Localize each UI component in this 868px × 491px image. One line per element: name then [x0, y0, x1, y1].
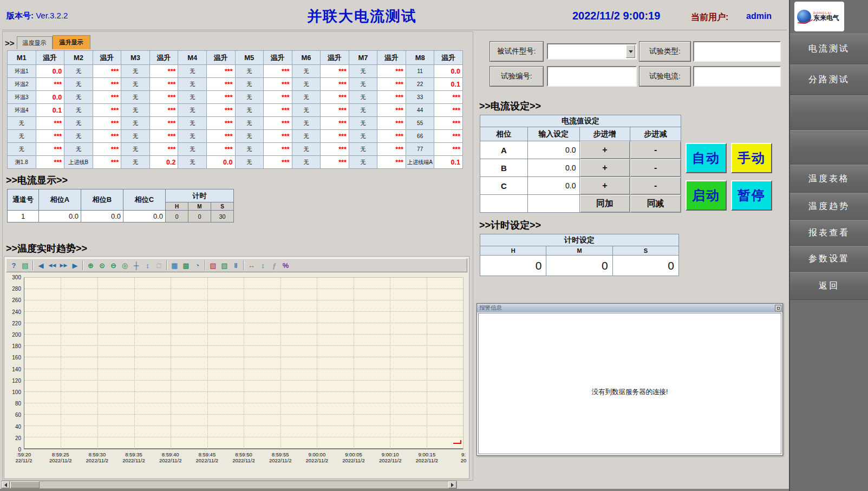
- copy-icon[interactable]: □: [153, 260, 165, 271]
- phase-c-step-up-button[interactable]: +: [579, 177, 630, 195]
- prev-fast-icon[interactable]: ◀◀: [47, 260, 58, 271]
- step-up-all-button[interactable]: 同加: [579, 195, 630, 213]
- zoom-reset-icon[interactable]: ◎: [119, 260, 130, 271]
- sidebar-item-label: 分路测试: [808, 74, 850, 86]
- header: 版本号: Ver.3.2.2 并联大电流测试 2022/11/2 9:00:19…: [2, 2, 787, 30]
- temp-table-column-header: 温升: [149, 51, 178, 65]
- toolbar-separator: [243, 260, 244, 270]
- auto-button[interactable]: 自动: [686, 143, 727, 173]
- first-record-icon[interactable]: ◀: [35, 260, 47, 271]
- percent-icon[interactable]: %: [280, 260, 291, 271]
- timer-s-header: S: [211, 202, 234, 211]
- chart-horizontal-scrollbar[interactable]: [1, 481, 457, 489]
- sidebar-temperature-table-button[interactable]: 温度表格: [790, 165, 868, 193]
- sidebar-report-view-button[interactable]: 报表查看: [790, 220, 868, 246]
- timer-set-m-input[interactable]: 0: [546, 256, 612, 276]
- phase-b-step-down-button[interactable]: -: [630, 159, 681, 177]
- step-down-column-header: 步进减: [630, 127, 681, 141]
- tile-view-icon[interactable]: ▦: [169, 260, 180, 271]
- temp-channel-cell: 无: [121, 91, 150, 104]
- test-type-input[interactable]: [693, 41, 781, 62]
- temp-rise-value-cell: ***: [93, 156, 121, 169]
- x-gridline: [207, 278, 208, 449]
- phase-c-setpoint[interactable]: 0.0: [527, 177, 579, 195]
- y-autoscale-icon[interactable]: ↕: [257, 260, 269, 271]
- temp-channel-cell: 无: [178, 143, 207, 156]
- temp-channel-cell: 无: [349, 143, 377, 156]
- manual-button[interactable]: 手动: [731, 143, 772, 173]
- setpoint-column-header: 输入设定: [527, 127, 579, 141]
- phase-a-step-up-button[interactable]: +: [579, 141, 630, 159]
- phase-c-step-down-button[interactable]: -: [630, 177, 681, 195]
- x-gridline: [390, 278, 390, 449]
- temp-channel-cell: 33: [406, 91, 434, 104]
- temp-channel-cell: 无: [292, 104, 321, 117]
- scrollbar-thumb[interactable]: [10, 481, 40, 488]
- y-axis-scale-icon[interactable]: ↕: [142, 260, 153, 271]
- sidebar-parameter-settings-button[interactable]: 参数设置: [790, 246, 868, 272]
- scroll-left-arrow-icon[interactable]: [2, 481, 10, 488]
- phase-b-step-up-button[interactable]: +: [579, 159, 630, 177]
- tab-temperature-rise-display[interactable]: 温升显示: [53, 35, 90, 49]
- x-tick-date: 2022/11/2: [122, 457, 145, 463]
- y-axis-tick-label: 220: [5, 320, 21, 326]
- temp-table-row: 环温10.0无***无***无***无***无***无***110.0: [8, 65, 463, 78]
- phase-a-step-down-button[interactable]: -: [630, 141, 681, 159]
- zoom-window-icon[interactable]: ⊙: [96, 260, 108, 271]
- next-fast-icon[interactable]: ▶▶: [58, 260, 69, 271]
- temp-channel-cell: 无: [235, 91, 264, 104]
- test-number-input[interactable]: [547, 66, 637, 87]
- test-current-input[interactable]: [693, 66, 781, 87]
- overlay-chart-icon[interactable]: ▨: [219, 260, 230, 271]
- timer-set-h-input[interactable]: 0: [480, 256, 546, 276]
- sidebar-temperature-trend-button[interactable]: 温度趋势: [790, 193, 868, 220]
- test-model-select[interactable]: [547, 43, 637, 60]
- zoom-out-icon[interactable]: ⊖: [108, 260, 119, 271]
- sidebar-current-test-button[interactable]: 电流测试: [790, 34, 868, 64]
- alarm-message: 没有到数据服务器的连接!: [479, 388, 781, 397]
- sidebar-back-button[interactable]: 返回: [790, 272, 868, 300]
- export-chart-icon[interactable]: ▤: [19, 260, 31, 271]
- temp-rise-value-cell: ***: [149, 78, 178, 91]
- pan-icon[interactable]: ┼: [130, 260, 142, 271]
- temp-channel-cell: 无: [349, 156, 377, 169]
- pause-button[interactable]: 暂停: [731, 180, 772, 211]
- temp-rise-value-cell: 0.0: [206, 156, 235, 169]
- x-tick-time: 8:59:35: [122, 451, 145, 457]
- x-autoscale-icon[interactable]: ↔: [246, 260, 257, 271]
- timer-set-s-input[interactable]: 0: [612, 256, 678, 276]
- step-down-all-button[interactable]: 同减: [630, 195, 681, 213]
- sidebar-blank-slot: [790, 95, 868, 130]
- scroll-right-arrow-icon[interactable]: [448, 481, 456, 488]
- x-tick-date: 2022/11/2: [306, 457, 329, 463]
- tab-temperature-display[interactable]: 温度显示: [17, 36, 53, 49]
- timer-m-header: M: [188, 202, 211, 211]
- grid-view-icon[interactable]: ▩: [180, 260, 192, 271]
- help-icon[interactable]: ?: [8, 260, 19, 271]
- phase-b-setpoint[interactable]: 0.0: [527, 159, 579, 177]
- temp-rise-value-cell: ***: [321, 78, 349, 91]
- sidebar-branch-test-button[interactable]: 分路测试: [790, 64, 868, 95]
- last-record-icon[interactable]: ▶: [69, 260, 81, 271]
- combo-dropdown-icon[interactable]: [626, 45, 635, 58]
- alarm-close-button[interactable]: [775, 305, 781, 311]
- x-tick-time: 8:59:25: [49, 451, 72, 457]
- start-button[interactable]: 启动: [686, 180, 727, 211]
- x-axis-tick-label: 8:59:552022/11/2: [269, 451, 292, 463]
- temp-rise-value-cell: ***: [434, 104, 463, 117]
- toolbar-separator: [32, 260, 34, 270]
- phase-a-setpoint[interactable]: 0.0: [527, 141, 579, 159]
- x-tick-date: 2022/11/2: [269, 457, 292, 463]
- compare-chart-icon[interactable]: ▧: [207, 260, 219, 271]
- temp-rise-value-cell: ***: [434, 143, 463, 156]
- realtime-clock-icon[interactable]: ◔: [192, 260, 203, 271]
- x-gridline: [427, 278, 427, 449]
- alarm-titlebar[interactable]: 报警信息: [477, 304, 782, 312]
- sidebar-item-label: 报表查看: [808, 227, 850, 239]
- temp-channel-cell: 无: [349, 117, 377, 130]
- temp-rise-value-cell: ***: [321, 143, 349, 156]
- pause-icon[interactable]: ‖: [230, 260, 242, 271]
- zoom-in-icon[interactable]: ⊕: [85, 260, 96, 271]
- function-icon[interactable]: ƒ: [269, 260, 280, 271]
- temp-channel-cell: 无: [64, 104, 93, 117]
